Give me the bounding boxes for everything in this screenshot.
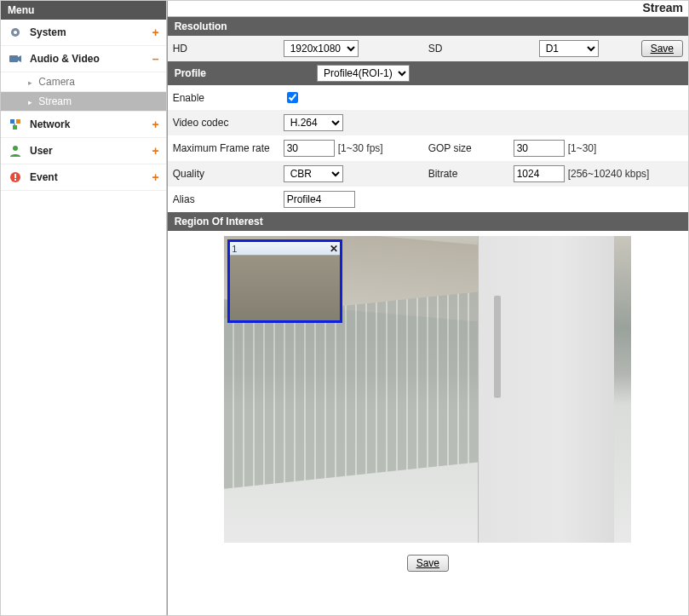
svg-rect-6	[13, 125, 17, 130]
profile-header: Profile Profile4(ROI-1)	[168, 61, 688, 85]
sidebar-item-label: Event	[30, 171, 152, 183]
alias-row: Alias	[168, 187, 688, 212]
sidebar-sub-label: Stream	[38, 95, 72, 107]
sd-label: SD	[428, 43, 539, 55]
profile-select[interactable]: Profile4(ROI-1)	[317, 65, 410, 82]
codec-label: Video codec	[173, 117, 284, 129]
svg-rect-4	[10, 119, 14, 124]
sidebar-item-label: User	[30, 145, 152, 157]
roi-preview[interactable]: 1 ✕	[224, 236, 631, 543]
expand-icon: +	[152, 118, 158, 131]
sidebar: Menu System + Audio & Video – ▸ Camera ▸…	[1, 1, 167, 615]
enable-checkbox[interactable]	[287, 92, 298, 103]
expand-icon: +	[152, 144, 158, 158]
arrow-right-icon: ▸	[28, 98, 32, 107]
sidebar-item-label: System	[30, 26, 152, 38]
event-icon	[8, 170, 23, 185]
footer-save-row: Save	[168, 543, 688, 584]
roi-box-1[interactable]: 1 ✕	[227, 239, 342, 323]
quality-row: Quality CBR Bitrate [256~10240 kbps]	[168, 161, 688, 187]
fps-input[interactable]	[284, 140, 335, 157]
sidebar-item-network[interactable]: Network +	[1, 112, 166, 138]
page-title: Stream	[168, 1, 688, 17]
quality-select[interactable]: CBR	[284, 165, 343, 182]
sidebar-item-label: Audio & Video	[30, 53, 152, 65]
svg-point-1	[14, 31, 17, 34]
gear-icon	[8, 25, 23, 40]
svg-rect-11	[14, 179, 16, 181]
fps-hint: [1~30 fps]	[338, 142, 383, 154]
roi-box-body	[230, 256, 340, 320]
hd-select[interactable]: 1920x1080	[284, 40, 359, 57]
roi-box-number: 1	[232, 244, 330, 254]
sidebar-sub-camera[interactable]: ▸ Camera	[1, 72, 166, 92]
sidebar-sub-stream[interactable]: ▸ Stream	[1, 92, 166, 112]
fps-row: Maximum Frame rate [1~30 fps] GOP size […	[168, 135, 688, 161]
expand-icon: +	[152, 26, 158, 39]
content-panel: Stream Resolution HD 1920x1080 SD D1 Sav…	[167, 1, 688, 615]
sidebar-title: Menu	[1, 1, 166, 20]
quality-label: Quality	[173, 168, 284, 180]
bitrate-input[interactable]	[514, 165, 565, 182]
user-icon	[8, 143, 23, 158]
gop-input[interactable]	[514, 140, 565, 157]
svg-rect-10	[14, 174, 16, 178]
resolution-save-button[interactable]: Save	[641, 40, 683, 57]
codec-row: Video codec H.264	[168, 110, 688, 135]
svg-rect-5	[16, 119, 20, 124]
hd-label: HD	[173, 43, 284, 55]
camera-icon	[8, 51, 23, 66]
svg-marker-3	[18, 55, 21, 62]
profile-header-label: Profile	[175, 67, 206, 79]
codec-select[interactable]: H.264	[284, 114, 343, 131]
network-icon	[8, 117, 23, 132]
sidebar-item-system[interactable]: System +	[1, 20, 166, 46]
gop-hint: [1~30]	[568, 142, 597, 154]
alias-input[interactable]	[284, 191, 355, 208]
expand-icon: +	[152, 170, 158, 184]
svg-rect-2	[9, 55, 18, 62]
bitrate-label: Bitrate	[428, 168, 514, 180]
sidebar-sub-label: Camera	[38, 76, 75, 88]
roi-header: Region Of Interest	[168, 212, 688, 231]
arrow-right-icon: ▸	[28, 78, 32, 87]
sidebar-item-label: Network	[30, 118, 152, 130]
gop-label: GOP size	[428, 142, 514, 154]
resolution-header: Resolution	[168, 17, 688, 36]
sd-select[interactable]: D1	[539, 40, 599, 57]
sidebar-item-user[interactable]: User +	[1, 138, 166, 164]
enable-label: Enable	[173, 92, 284, 104]
sidebar-item-event[interactable]: Event +	[1, 164, 166, 191]
alias-label: Alias	[173, 193, 284, 205]
bitrate-hint: [256~10240 kbps]	[568, 168, 650, 180]
collapse-icon: –	[152, 52, 159, 66]
roi-close-icon[interactable]: ✕	[330, 243, 338, 255]
enable-row: Enable	[168, 85, 688, 110]
save-button[interactable]: Save	[407, 555, 449, 572]
resolution-row: HD 1920x1080 SD D1 Save	[168, 36, 688, 61]
sidebar-item-audio-video[interactable]: Audio & Video –	[1, 46, 166, 72]
svg-point-8	[13, 146, 18, 151]
fps-label: Maximum Frame rate	[173, 142, 284, 154]
